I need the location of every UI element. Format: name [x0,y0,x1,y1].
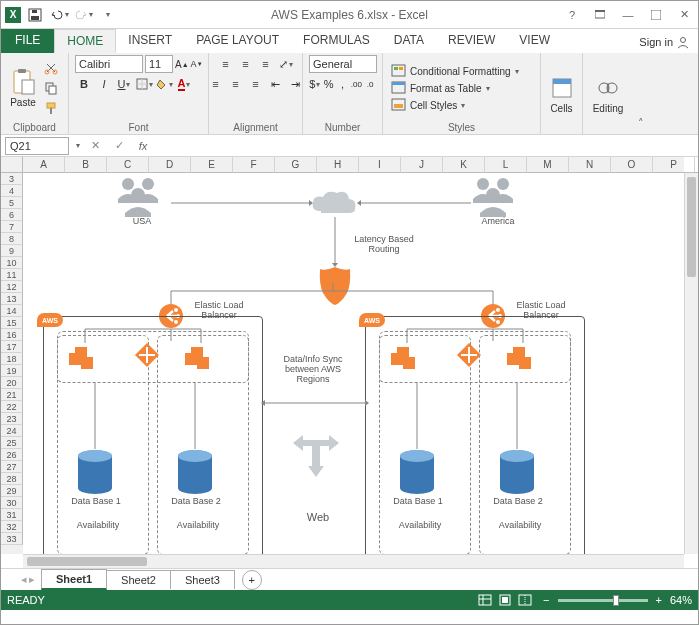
font-size-input[interactable] [145,55,173,73]
tab-formulas[interactable]: FORMULAS [291,29,382,53]
cell-styles-button[interactable]: Cell Styles▾ [389,97,521,113]
conditional-formatting-button[interactable]: Conditional Formatting▾ [389,63,521,79]
minimize-button[interactable]: — [614,5,642,25]
vertical-scrollbar[interactable] [684,173,698,554]
horizontal-scrollbar[interactable] [23,554,684,568]
ribbon-help-button[interactable]: ? [558,5,586,25]
tab-data[interactable]: DATA [382,29,436,53]
label-web: Web [303,511,333,523]
enter-formula-button[interactable]: ✓ [110,137,128,155]
align-right-button[interactable]: ≡ [247,75,265,93]
font-color-button[interactable]: A▾ [175,75,193,93]
tab-insert[interactable]: INSERT [116,29,184,53]
align-bottom-button[interactable]: ≡ [257,55,275,73]
increase-decimal-button[interactable]: .00 [350,75,362,93]
zoom-slider[interactable] [558,599,648,602]
sheet-nav-next[interactable]: ▸ [29,573,35,586]
svg-rect-19 [392,65,405,76]
zoom-level[interactable]: 64% [670,594,692,606]
ribbon-display-button[interactable] [586,5,614,25]
new-sheet-button[interactable]: + [242,570,262,590]
cells-viewport[interactable]: USA America Latency Based Routing Elasti… [23,173,684,554]
indent-increase-button[interactable]: ⇥ [287,75,305,93]
paste-button[interactable]: Paste [7,66,39,110]
svg-rect-4 [595,10,605,12]
tab-page-layout[interactable]: PAGE LAYOUT [184,29,291,53]
arrow-cloud-shield [331,217,339,267]
name-box[interactable] [5,137,69,155]
cancel-formula-button[interactable]: ✕ [86,137,104,155]
svg-point-88 [500,450,534,462]
align-middle-button[interactable]: ≡ [237,55,255,73]
aws-badge-left: AWS [37,313,63,327]
sheet-tab-3[interactable]: Sheet3 [170,570,235,589]
svg-point-83 [400,482,434,494]
qat-customize-button[interactable]: ▾ [97,5,117,25]
increase-font-button[interactable]: A▲ [175,55,189,73]
sheet-tab-2[interactable]: Sheet2 [106,570,171,589]
ribbon-tabs: FILE HOME INSERT PAGE LAYOUT FORMULAS DA… [1,29,698,53]
editing-menu-button[interactable]: Editing [591,72,626,116]
view-page-layout-button[interactable] [495,592,515,608]
tab-review[interactable]: REVIEW [436,29,507,53]
view-page-break-button[interactable] [515,592,535,608]
decrease-decimal-button[interactable]: .0 [364,75,376,93]
comma-button[interactable]: , [337,75,349,93]
fill-color-button[interactable]: ▾ [155,75,173,93]
indent-decrease-button[interactable]: ⇤ [267,75,285,93]
svg-marker-40 [357,200,361,206]
svg-point-84 [400,450,434,462]
db-icon-l2 [175,449,215,495]
sheet-nav-prev[interactable]: ◂ [21,573,27,586]
label-db-r1: Data Base 1 [391,497,445,507]
underline-button[interactable]: U▾ [115,75,133,93]
format-as-table-button[interactable]: Format as Table▾ [389,80,521,96]
svg-rect-2 [32,10,37,13]
cut-button[interactable] [42,59,60,77]
borders-button[interactable]: ▾ [135,75,153,93]
svg-rect-27 [553,79,571,84]
status-bar: READY − + 64% [1,590,698,610]
font-name-input[interactable] [75,55,143,73]
cells-menu-button[interactable]: Cells [546,72,578,116]
decrease-font-button[interactable]: A▼ [191,55,203,73]
italic-button[interactable]: I [95,75,113,93]
svg-point-80 [178,450,212,462]
maximize-button[interactable] [642,5,670,25]
collapse-ribbon-button[interactable]: ˄ [633,53,649,134]
zoom-in-button[interactable]: + [656,594,662,606]
fx-button[interactable]: fx [134,137,152,155]
close-button[interactable]: ✕ [670,5,698,25]
align-top-button[interactable]: ≡ [217,55,235,73]
format-painter-button[interactable] [42,99,60,117]
svg-rect-97 [502,597,508,603]
align-center-button[interactable]: ≡ [227,75,245,93]
bold-button[interactable]: B [75,75,93,93]
qat-undo-button[interactable]: ▾ [49,5,69,25]
formula-bar[interactable] [158,137,694,155]
view-normal-button[interactable] [475,592,495,608]
svg-point-35 [497,178,509,190]
column-headers[interactable]: ABCDEFGHIJKLMNOPQ [23,157,684,173]
aws-badge-right: AWS [359,313,385,327]
tab-file[interactable]: FILE [1,29,54,53]
qat-save-button[interactable] [25,5,45,25]
tab-home[interactable]: HOME [54,29,116,53]
tab-view[interactable]: VIEW [507,29,562,53]
copy-button[interactable] [42,79,60,97]
orientation-button[interactable]: ⤢▾ [277,55,295,73]
row-headers[interactable]: 3456789101112131415161718192021222324252… [1,173,23,554]
percent-button[interactable]: % [323,75,335,93]
window-title: AWS Examples 6.xlsx - Excel [271,8,428,22]
svg-rect-23 [392,82,405,85]
align-left-button[interactable]: ≡ [207,75,225,93]
select-all-corner[interactable] [1,157,23,173]
label-avail-r2: Availability [495,521,545,531]
qat-redo-button[interactable]: ▾ [73,5,93,25]
number-format-select[interactable] [309,55,377,73]
sheet-tab-1[interactable]: Sheet1 [41,569,107,590]
currency-button[interactable]: $▾ [309,75,321,93]
sign-in-link[interactable]: Sign in [631,31,698,53]
zoom-out-button[interactable]: − [543,594,549,606]
db-icon-l1 [75,449,115,495]
